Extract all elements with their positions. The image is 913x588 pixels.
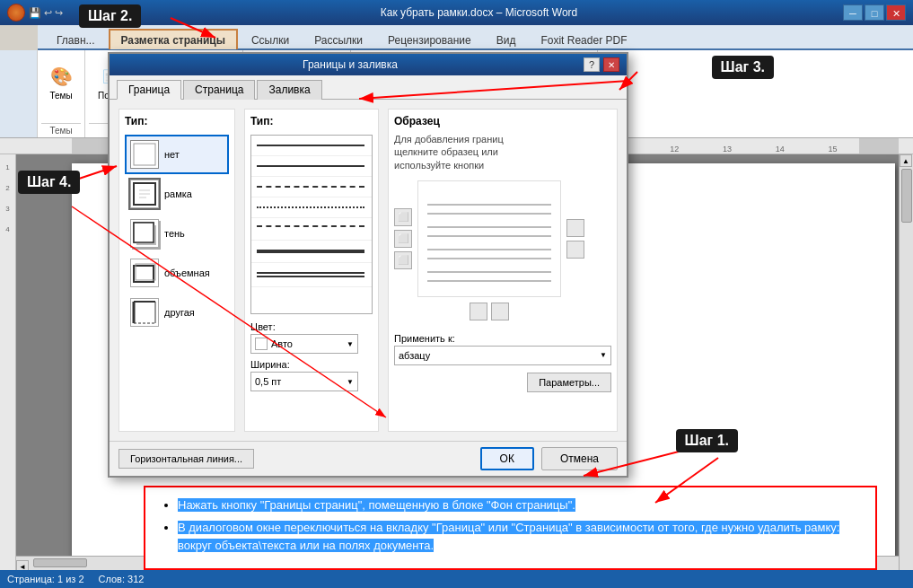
line-item-dashed[interactable] xyxy=(251,177,372,197)
preview-label: Образец xyxy=(394,115,611,127)
instruction-item-2: В диалоговом окне переключиться на вклад… xyxy=(178,519,861,554)
quickaccess: 💾 ↩ ↪ xyxy=(29,7,63,19)
preview-left-buttons: ⬜ ⬜ ⬜ xyxy=(394,208,412,269)
ribbon-spacer xyxy=(0,50,38,137)
office-logo[interactable] xyxy=(7,4,25,22)
type-label-objemnaya: объемная xyxy=(164,268,210,278)
line-type-label: Тип: xyxy=(250,115,373,127)
preview-panel: Образец Для добавления границщелкните об… xyxy=(388,109,618,432)
preview-bot-btn[interactable]: ⬜ xyxy=(394,251,412,269)
dialog-bottom: Горизонтальная линия... ОК Отмена xyxy=(110,441,627,476)
tab-foxit[interactable]: Foxit Reader PDF xyxy=(529,30,638,49)
tab-razmetka[interactable]: Разметка страницы xyxy=(109,29,238,49)
type-label: Тип: xyxy=(125,115,229,127)
close-btn[interactable]: ✕ xyxy=(886,4,906,21)
preview-line6 xyxy=(427,258,551,259)
type-label-drugaya: другая xyxy=(164,307,195,318)
type-icon-ramka xyxy=(130,180,159,208)
preview-line7 xyxy=(427,271,551,273)
preview-box[interactable] xyxy=(417,180,561,297)
h-line-btn[interactable]: Горизонтальная линия... xyxy=(119,449,254,469)
dialog-tab-stranica[interactable]: Страница xyxy=(183,80,255,100)
svg-rect-17 xyxy=(136,264,155,280)
maximize-btn[interactable]: □ xyxy=(865,4,884,21)
type-label-ramka: рамка xyxy=(164,189,192,199)
ribbon-group-tema: 🎨 Темы Темы xyxy=(38,50,85,137)
type-option-drugaya[interactable]: другая xyxy=(125,293,229,332)
cancel-btn[interactable]: Отмена xyxy=(541,447,618,470)
type-option-objemnaya[interactable]: объемная xyxy=(125,253,229,293)
instructions-list: Нажать кнопку "Границы страниц", помещен… xyxy=(160,496,861,555)
type-option-ten[interactable]: тень xyxy=(125,214,229,253)
line-item-double[interactable] xyxy=(251,263,372,287)
color-value: Авто xyxy=(271,338,293,349)
preview-bottom-btn2[interactable] xyxy=(491,303,509,320)
line-sample-solid xyxy=(257,145,364,146)
preview-line8 xyxy=(427,280,551,282)
tema-icon: 🎨 xyxy=(47,62,75,91)
tab-recenzirovanie[interactable]: Рецензирование xyxy=(376,30,483,49)
scroll-thumb-v[interactable] xyxy=(901,169,912,223)
preview-line2 xyxy=(427,213,551,215)
scroll-up-btn[interactable]: ▲ xyxy=(900,154,912,167)
preview-right-btn1[interactable] xyxy=(566,219,584,237)
preview-bottom-buttons xyxy=(470,303,509,320)
dialog-content: Тип: нет рамка тень xyxy=(110,100,627,441)
preview-bottom-btn1[interactable] xyxy=(470,303,487,320)
apply-select[interactable]: абзацу xyxy=(394,346,611,365)
vertical-scrollbar[interactable]: ▲ xyxy=(899,154,913,570)
preview-top-btn[interactable]: ⬜ xyxy=(394,208,412,226)
preview-mid-btn[interactable]: ⬜ xyxy=(394,230,412,248)
scroll-thumb-h[interactable] xyxy=(33,558,87,567)
preview-line1 xyxy=(427,204,551,206)
tab-vid[interactable]: Вид xyxy=(485,30,528,49)
params-btn[interactable]: Параметры... xyxy=(527,373,611,392)
dialog-tab-granica[interactable]: Граница xyxy=(117,80,181,100)
dialog-tab-zalivka[interactable]: Заливка xyxy=(257,80,321,100)
ok-btn[interactable]: ОК xyxy=(480,447,534,470)
type-option-ramka[interactable]: рамка xyxy=(125,174,229,214)
preview-right-btn2[interactable] xyxy=(566,241,584,259)
preview-box-container xyxy=(417,180,561,297)
line-item-dotted[interactable] xyxy=(251,197,372,218)
color-row: Цвет: Авто xyxy=(250,321,373,354)
dialog-titlebar: Границы и заливка ? ✕ xyxy=(110,54,627,75)
dialog-close-btn[interactable]: ✕ xyxy=(603,57,619,72)
type-option-net[interactable]: нет xyxy=(125,135,229,174)
preview-line5 xyxy=(427,249,551,250)
color-label: Цвет: xyxy=(250,321,373,332)
line-sample-double xyxy=(257,272,364,277)
dialog-title: Границы и заливка xyxy=(117,58,584,71)
btn-tema[interactable]: 🎨 Темы xyxy=(41,59,81,104)
instruction-text-1: Нажать кнопку "Границы страниц", помещен… xyxy=(178,498,575,512)
instruction-text-2: В диалоговом окне переключиться на вклад… xyxy=(178,521,839,552)
color-select[interactable]: Авто xyxy=(250,334,358,354)
width-select[interactable]: 0,5 пт xyxy=(250,372,358,391)
annotation-shag1: Шаг 1. xyxy=(676,429,738,452)
type-icon-ten xyxy=(130,219,159,248)
preview-line3 xyxy=(427,226,551,228)
dialog-ok-cancel: ОК Отмена xyxy=(480,447,618,470)
group-label-tema: Темы xyxy=(41,123,81,136)
tab-ssylki[interactable]: Ссылки xyxy=(240,30,301,49)
btn-tema-label: Темы xyxy=(49,91,72,101)
window-controls[interactable]: ─ □ ✕ xyxy=(843,4,906,21)
preview-line4 xyxy=(427,235,551,237)
line-item-thick[interactable] xyxy=(251,241,372,263)
minimize-btn[interactable]: ─ xyxy=(843,4,863,21)
dialog-help-btn[interactable]: ? xyxy=(584,57,600,72)
line-sample-dotted xyxy=(257,206,364,208)
width-value: 0,5 пт xyxy=(255,376,281,387)
line-item-solid2[interactable] xyxy=(251,156,372,177)
tab-glavnaya[interactable]: Главн... xyxy=(45,30,107,49)
apply-row: Применить к: абзацу xyxy=(394,333,611,365)
annotation-shag3: Шаг 3. xyxy=(712,56,774,79)
borders-dialog[interactable]: Границы и заливка ? ✕ Граница Страница З… xyxy=(108,52,628,478)
line-item-solid[interactable] xyxy=(251,136,372,156)
type-label-net: нет xyxy=(164,149,180,160)
line-list[interactable] xyxy=(250,135,373,314)
line-item-dash-dot[interactable] xyxy=(251,218,372,241)
preview-hint: Для добавления границщелкните образец ил… xyxy=(394,133,611,171)
tab-rassylki[interactable]: Рассылки xyxy=(303,30,374,49)
dialog-tabs: Граница Страница Заливка xyxy=(110,75,627,100)
